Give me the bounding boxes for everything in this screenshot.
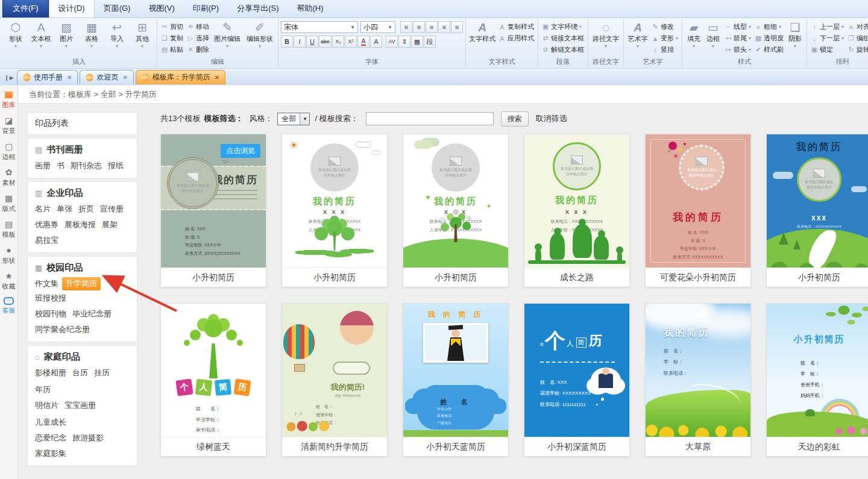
style-brush-button[interactable]: ✔样式刷 (753, 45, 785, 55)
template-card[interactable]: 我的简历! My Resume 姓 名：就读学校：联系电话： 清新简约升学简历 (281, 303, 388, 457)
link-baobao[interactable]: 宝宝画册 (64, 400, 96, 411)
template-card[interactable]: 单击插入图片或从图库中拖入图片 我的简历 X X X 联系电话：XXXXXXXX… (524, 134, 630, 287)
font-size-combo[interactable]: 小四▼ (360, 21, 395, 33)
copy-button[interactable]: ❏复制 (160, 33, 184, 43)
sidebar-item-material[interactable]: ✿素材 (0, 164, 17, 190)
link-lianai[interactable]: 恋爱纪念 (35, 433, 66, 443)
sidebar-item-customer-service[interactable]: ⋯客服 (0, 294, 17, 318)
menu-design[interactable]: 设计(D) (49, 0, 95, 17)
sidebar-item-border[interactable]: ▢边框 (0, 139, 17, 164)
word-art-button[interactable]: A艺术字▾ (626, 19, 649, 48)
import-button[interactable]: ↩导入▾ (105, 19, 129, 48)
delete-button[interactable]: ✕删除 (186, 45, 210, 55)
link-zhanban[interactable]: 展板海报 (64, 219, 96, 230)
italic-button[interactable]: I (294, 36, 306, 48)
link-zhanjia[interactable]: 展架 (102, 219, 118, 230)
edit-shape-button[interactable]: ✐编辑形状▾ (244, 19, 275, 48)
opacity-button[interactable]: ▩透明度 (753, 33, 785, 43)
link-yinglou[interactable]: 影楼相册 (35, 368, 66, 378)
link-zuowenji[interactable]: 作文集 (35, 278, 58, 289)
picture-button[interactable]: ▨图片▾ (54, 19, 78, 48)
menu-view[interactable]: 视图(V) (139, 0, 183, 17)
tab-welcome[interactable]: DPS欢迎页✕ (80, 70, 133, 84)
strikethrough-button[interactable]: abe (319, 36, 332, 48)
arrow-tail-button[interactable]: ↤箭尾▾ (723, 33, 752, 43)
menu-file[interactable]: 文件(F) (2, 0, 49, 17)
align-left-button[interactable]: ≡ (400, 21, 412, 33)
template-card[interactable]: 我的简历 单击插入图片或从图库中拖入图片 XXX 联系电话：XXXXXXXXXX… (766, 134, 868, 287)
template-search-input[interactable] (366, 112, 494, 125)
link-biye-jiniance[interactable]: 毕业纪念册 (72, 308, 112, 319)
sidebar-item-layout[interactable]: ▦版式 (0, 190, 17, 216)
link-yilabao[interactable]: 易拉宝 (35, 235, 58, 246)
highlight-color-button[interactable]: A (370, 36, 382, 48)
link-xiaoyuankanwu[interactable]: 校园刊物 (35, 308, 66, 319)
link-huace[interactable]: 画册 (35, 160, 51, 171)
link-mingpian[interactable]: 名片 (35, 204, 51, 214)
char-spacing-button[interactable]: AV (386, 36, 398, 48)
transform-button[interactable]: ▲变形▾ (650, 33, 679, 43)
link-mingxinpian[interactable]: 明信片 (35, 400, 58, 411)
align-distribute-button[interactable]: ≡ (451, 21, 463, 33)
template-card[interactable]: ≡ 个 人 简 历 (524, 303, 630, 457)
sidebar-item-background[interactable]: ◪背景 (0, 113, 17, 139)
template-card[interactable]: 我的简历 姓 名：学 校：联系电话： 大草原 (645, 303, 751, 457)
paragraph-mark-button[interactable]: 段 (424, 36, 436, 48)
path-text-button[interactable]: ◌路径文字▾ (591, 19, 621, 48)
more-insert-button[interactable]: ⊞其他▾ (130, 19, 154, 48)
link-textbox-button[interactable]: ⇄链接文本框 (541, 33, 585, 43)
align-right-button[interactable]: ≡ (426, 21, 438, 33)
bring-forward-button[interactable]: ↑上一层▾ (810, 22, 845, 32)
link-lvyou[interactable]: 旅游摄影 (72, 433, 104, 443)
align-objects-button[interactable]: ≡对齐▾ (846, 22, 868, 32)
vertical-text-button[interactable]: ↕竖排 (650, 45, 679, 55)
menu-page[interactable]: 页面(G) (95, 0, 140, 17)
unlink-textbox-button[interactable]: ⊘解链文本框 (541, 45, 585, 55)
line-weight-button[interactable]: ≡粗细▾ (753, 22, 785, 32)
columns-button[interactable]: ▦ (411, 36, 423, 48)
subscript-button[interactable]: X₂ (332, 36, 344, 48)
close-icon[interactable]: ✕ (122, 74, 127, 81)
link-youhuiquan[interactable]: 优惠券 (35, 219, 58, 230)
cut-button[interactable]: ✂剪切 (160, 22, 184, 32)
link-danzhang[interactable]: 单张 (57, 204, 72, 214)
link-ertong[interactable]: 儿童成长 (35, 417, 66, 428)
lock-button[interactable]: ▣锁定 (810, 45, 845, 55)
tab-user-manual[interactable]: DPS使用手册✕ (17, 70, 78, 84)
align-justify-button[interactable]: ≡ (438, 21, 450, 33)
group-button[interactable]: ❐编组▾ (846, 33, 868, 43)
line-type-button[interactable]: ┄线型▾ (723, 22, 752, 32)
arrow-head-button[interactable]: ↦箭头▾ (723, 45, 752, 55)
link-taili[interactable]: 台历 (72, 368, 88, 378)
template-card[interactable]: 单击插入图片或从图库中拖入图片 我的简历 姓 名: XXX班 级: X 毕业学校… (645, 134, 751, 287)
cancel-filter-link[interactable]: 取消筛选 (536, 113, 567, 124)
picture-edit-button[interactable]: ✎图片编辑▾ (212, 19, 243, 48)
link-banbao[interactable]: 班报校报 (35, 293, 66, 304)
apply-style-button[interactable]: A应用样式 (497, 33, 535, 43)
move-button[interactable]: ✛移动 (186, 22, 210, 32)
template-card[interactable]: 小升初简历 姓 名：学 校： 爸爸手机：妈妈手机： 天边的彩虹 (766, 303, 868, 457)
textbox-button[interactable]: A文本框▾ (29, 19, 53, 48)
link-xuanchuance[interactable]: 宣传册 (100, 204, 124, 214)
border-button[interactable]: ▭边框▾ (704, 19, 722, 48)
sidebar-item-shape[interactable]: ●形状 (0, 242, 17, 268)
superscript-button[interactable]: X² (345, 36, 357, 48)
menu-share-export[interactable]: 分享导出(S) (228, 0, 288, 17)
sidebar-item-template[interactable]: ▤模板 (0, 216, 17, 242)
fill-button[interactable]: ▰填充▾ (685, 19, 703, 48)
text-style-button[interactable]: A文字样式 (468, 19, 496, 43)
template-card[interactable]: 点击浏览 单击插入图片或从图库中拖入图片 我的简历 姓 名: XXX班 级: X… (160, 134, 266, 287)
template-card[interactable]: 单击插入图片或从图库中拖入图片 ★ ★ 我的简历 X X X 联系电话：XXXX… (403, 134, 509, 287)
menu-print[interactable]: 印刷(P) (184, 0, 228, 17)
font-color-button[interactable]: A (357, 36, 370, 48)
shadow-button[interactable]: ❏阴影▾ (786, 19, 804, 48)
tab-template-library[interactable]: DPS模板库：升学简历✕ (136, 70, 225, 84)
link-shengxue-jianli-active[interactable]: 升学简历 (62, 277, 101, 290)
link-guali[interactable]: 挂历 (94, 368, 110, 378)
table-button[interactable]: ▦表格▾ (80, 19, 104, 48)
copy-style-button[interactable]: A复制样式 (497, 22, 535, 32)
paste-button[interactable]: ▤粘贴 (160, 45, 184, 55)
style-select[interactable]: 全部 ▼ (277, 113, 310, 125)
line-spacing-button[interactable]: ⇕ (398, 36, 410, 48)
sidebar-item-favorite[interactable]: ★收藏 (0, 268, 17, 294)
